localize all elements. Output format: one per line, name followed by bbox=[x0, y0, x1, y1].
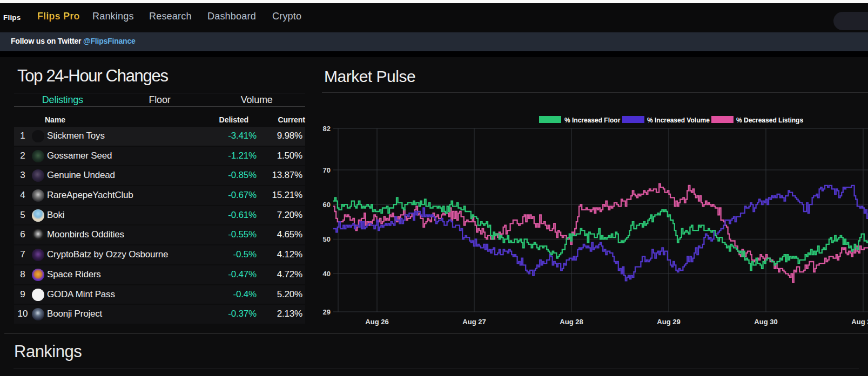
svg-text:60: 60 bbox=[323, 201, 331, 209]
svg-text:Aug 30: Aug 30 bbox=[754, 318, 777, 326]
svg-text:82: 82 bbox=[323, 125, 331, 133]
svg-text:29: 29 bbox=[323, 308, 331, 316]
svg-text:70: 70 bbox=[323, 166, 331, 174]
svg-text:Aug 28: Aug 28 bbox=[560, 318, 583, 326]
svg-text:Aug 31: Aug 31 bbox=[851, 318, 868, 326]
svg-text:Aug 27: Aug 27 bbox=[462, 318, 486, 326]
svg-text:40: 40 bbox=[323, 270, 331, 278]
svg-text:Aug 26: Aug 26 bbox=[365, 318, 388, 326]
svg-text:Aug 29: Aug 29 bbox=[657, 318, 680, 326]
svg-text:50: 50 bbox=[323, 235, 331, 243]
